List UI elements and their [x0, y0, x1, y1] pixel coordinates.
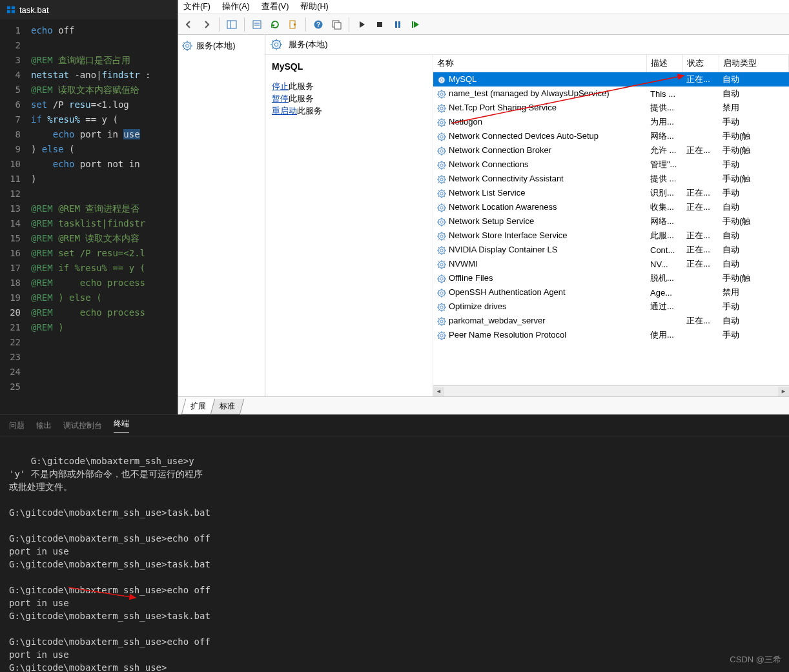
code-line[interactable]: 25	[0, 380, 178, 394]
col-desc[interactable]: 描述	[646, 55, 682, 72]
stop-service-button[interactable]	[372, 17, 387, 32]
menu-action[interactable]: 操作(A)	[222, 1, 250, 12]
nav-back-button[interactable]	[181, 17, 196, 32]
service-desc-cell: 收集...	[646, 200, 682, 214]
service-row[interactable]: NVIDIA Display Container LSCont...正在...自…	[433, 243, 789, 257]
code-line[interactable]: 5@REM 读取文本内容赋值给	[0, 83, 178, 97]
code-line[interactable]: 22	[0, 335, 178, 350]
code-line[interactable]: 2	[0, 38, 178, 53]
code-line[interactable]: 19@REM ) else (	[0, 290, 178, 305]
menu-file[interactable]: 文件(F)	[183, 1, 210, 12]
code-content: @REM 读取文本内容赋值给	[31, 83, 139, 97]
service-row[interactable]: Network Store Interface Service此服...正在..…	[433, 229, 789, 243]
services-tree-item-local[interactable]: 服务(本地)	[181, 37, 262, 54]
code-line[interactable]: 18@REM echo process	[0, 276, 178, 290]
gear-icon	[437, 117, 446, 128]
service-row[interactable]: OpenSSH Authentication AgentAge...禁用	[433, 285, 789, 300]
code-line[interactable]: 23	[0, 350, 178, 365]
show-hide-tree-button[interactable]	[224, 17, 240, 32]
properties-button[interactable]	[249, 17, 265, 32]
refresh-button[interactable]	[267, 17, 283, 32]
menu-view[interactable]: 查看(V)	[261, 1, 289, 12]
code-line[interactable]: 20@REM echo process	[0, 305, 178, 320]
service-row[interactable]: parkomat_webdav_server正在...自动	[433, 314, 789, 328]
restart-service-link[interactable]: 重启动	[272, 106, 297, 116]
service-startup-cell: 自动	[719, 72, 789, 87]
service-row[interactable]: name_test (managed by AlwaysUpService)Th…	[433, 87, 789, 101]
code-line[interactable]: 21@REM )	[0, 320, 178, 335]
code-line[interactable]: 15@REM @REM 读取文本内容	[0, 231, 178, 246]
service-row[interactable]: MySQL正在...自动	[433, 72, 789, 87]
line-number: 12	[0, 187, 31, 201]
terminal-text: G:\gitcode\mobaxterm_ssh_use>y 'y' 不是内部或…	[9, 456, 210, 672]
service-desc-cell: This ...	[646, 87, 682, 101]
code-line[interactable]: 13@REM @REM 查询进程是否	[0, 201, 178, 216]
service-startup-cell: 手动	[719, 115, 789, 129]
scroll-left-button[interactable]: ◄	[433, 387, 444, 396]
service-status-cell	[682, 172, 719, 186]
help-button[interactable]: ?	[311, 17, 326, 32]
service-row[interactable]: Network Connected Devices Auto-Setup网络..…	[433, 129, 789, 143]
service-row[interactable]: Netlogon为用...手动	[433, 115, 789, 129]
start-service-button[interactable]	[354, 17, 369, 32]
tab-terminal[interactable]: 终端	[114, 418, 129, 433]
scroll-right-button[interactable]: ►	[778, 387, 789, 396]
pause-service-suffix: 此服务	[289, 94, 314, 103]
code-line[interactable]: 4netstat -ano|findstr :	[0, 68, 178, 83]
gear-icon	[182, 41, 192, 51]
code-line[interactable]: 12	[0, 187, 178, 201]
service-row[interactable]: Network Connection Broker允许 ...正在...手动(触	[433, 143, 789, 158]
col-name[interactable]: 名称	[433, 55, 646, 72]
code-line[interactable]: 9) else (	[0, 142, 178, 157]
service-row[interactable]: Network Connections管理"...手动	[433, 158, 789, 172]
service-name-cell: Peer Name Resolution Protocol	[433, 328, 646, 342]
service-row[interactable]: Offline Files脱机...手动(触	[433, 271, 789, 285]
export-list-button[interactable]	[285, 17, 301, 32]
prop-window-button[interactable]	[329, 17, 344, 32]
tab-debug-console[interactable]: 调试控制台	[63, 420, 102, 431]
code-line[interactable]: 6set /P resu=<1.log	[0, 97, 178, 112]
service-row[interactable]: Peer Name Resolution Protocol使用...手动	[433, 328, 789, 342]
service-row[interactable]: Network Connectivity Assistant提供 ...手动(触	[433, 172, 789, 186]
code-line[interactable]: 7if %resu% == y (	[0, 112, 178, 127]
code-line[interactable]: 17@REM if %resu% == y (	[0, 261, 178, 276]
service-row[interactable]: Network List Service识别...正在...手动	[433, 186, 789, 200]
service-row[interactable]: Net.Tcp Port Sharing Service提供...禁用	[433, 101, 789, 115]
service-status-cell	[682, 328, 719, 342]
pause-service-button[interactable]	[390, 17, 405, 32]
code-line[interactable]: 3@REM 查询端口是否占用	[0, 53, 178, 68]
tab-output[interactable]: 输出	[36, 420, 52, 431]
restart-service-button[interactable]	[408, 17, 424, 32]
editor-tab[interactable]: task.bat	[0, 0, 178, 19]
nav-forward-button[interactable]	[199, 17, 214, 32]
code-line[interactable]: 11)	[0, 172, 178, 187]
service-row[interactable]: Network Setup Service网络...手动(触	[433, 214, 789, 229]
code-line[interactable]: 16@REM set /P resu=<2.l	[0, 246, 178, 261]
pause-service-link[interactable]: 暂停	[272, 94, 289, 103]
services-local-label: 服务(本地)	[196, 40, 236, 52]
code-line[interactable]: 14@REM tasklist|findstr	[0, 216, 178, 231]
stop-service-link[interactable]: 停止	[272, 81, 289, 91]
code-line[interactable]: 10 echo port not in	[0, 157, 178, 172]
tab-extended[interactable]: 扩展	[181, 399, 215, 414]
service-startup-cell: 手动(触	[719, 172, 789, 186]
tab-problems[interactable]: 问题	[9, 420, 25, 431]
col-status[interactable]: 状态	[682, 55, 719, 72]
gear-icon	[437, 245, 446, 256]
svg-text:?: ?	[316, 21, 320, 28]
code-content: @REM )	[31, 320, 64, 335]
code-line[interactable]: 8 echo port in use	[0, 127, 178, 142]
col-startup[interactable]: 启动类型	[719, 55, 789, 72]
code-content: if %resu% == y (	[31, 112, 118, 127]
code-line[interactable]: 1echo off	[0, 23, 178, 38]
code-line[interactable]: 24	[0, 365, 178, 380]
service-row[interactable]: Optimize drives通过...手动	[433, 300, 789, 314]
service-row[interactable]: NVWMINV...正在...自动	[433, 257, 789, 271]
horizontal-scrollbar[interactable]: ◄ ►	[433, 385, 789, 396]
service-row[interactable]: Network Location Awareness收集...正在...自动	[433, 200, 789, 214]
menu-help[interactable]: 帮助(H)	[300, 1, 328, 12]
tab-standard[interactable]: 标准	[210, 399, 244, 414]
code-area[interactable]: 1echo off23@REM 查询端口是否占用4netstat -ano|fi…	[0, 19, 178, 394]
terminal-body[interactable]: G:\gitcode\mobaxterm_ssh_use>y 'y' 不是内部或…	[0, 436, 789, 672]
services-tree-pane: 服务(本地)	[178, 35, 265, 396]
